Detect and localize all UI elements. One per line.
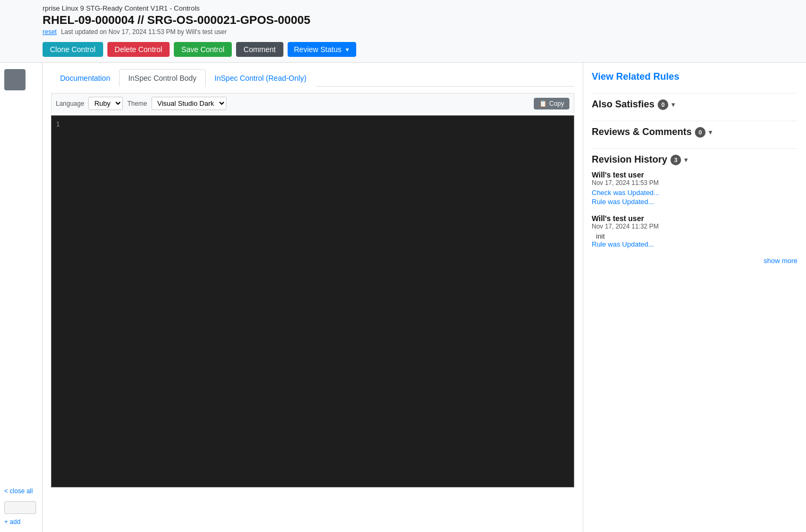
tab-inspec-control-body[interactable]: InSpec Control Body bbox=[119, 69, 205, 87]
revision-link-rule-updated-1[interactable]: Rule was Updated... bbox=[592, 198, 797, 206]
top-bar: rprise Linux 9 STG-Ready Content V1R1 - … bbox=[0, 0, 806, 63]
also-satisfies-title[interactable]: Also Satisfies 0 ▾ bbox=[592, 99, 797, 110]
revision-item-2: Will's test user Nov 17, 2024 11:32 PM i… bbox=[592, 214, 797, 248]
revision-user-2: Will's test user bbox=[592, 214, 797, 223]
line-number-1: 1 bbox=[56, 120, 66, 128]
center-content: Documentation InSpec Control Body InSpec… bbox=[43, 63, 583, 532]
copy-icon: 📋 bbox=[539, 100, 547, 107]
revision-history-section: Revision History 3 ▾ Will's test user No… bbox=[592, 154, 797, 265]
also-satisfies-badge: 0 bbox=[658, 99, 668, 110]
page-wrapper: rprise Linux 9 STG-Ready Content V1R1 - … bbox=[0, 0, 806, 532]
left-sidebar: < close all + add bbox=[0, 63, 43, 532]
view-related-rules-section: View Related Rules bbox=[592, 71, 797, 82]
revision-init-text: init bbox=[592, 232, 797, 240]
divider-3 bbox=[592, 148, 797, 149]
show-more-link[interactable]: show more bbox=[592, 257, 797, 265]
also-satisfies-section: Also Satisfies 0 ▾ bbox=[592, 99, 797, 110]
language-label: Language bbox=[56, 100, 84, 107]
language-select[interactable]: Ruby bbox=[88, 97, 123, 110]
revision-history-title[interactable]: Revision History 3 ▾ bbox=[592, 154, 797, 165]
divider-1 bbox=[592, 93, 797, 94]
code-editor[interactable]: 1 bbox=[51, 115, 574, 487]
reset-link[interactable]: reset bbox=[43, 28, 57, 36]
revision-history-badge: 3 bbox=[670, 155, 681, 165]
right-sidebar: View Related Rules Also Satisfies 0 ▾ Re… bbox=[583, 63, 806, 532]
delete-control-button[interactable]: Delete Control bbox=[107, 42, 170, 57]
page-heading: RHEL-09-000004 // SRG-OS-000021-GPOS-000… bbox=[43, 13, 797, 27]
action-bar: Clone Control Delete Control Save Contro… bbox=[0, 38, 806, 62]
last-updated-text: Last updated on Nov 17, 2024 11:53 PM by… bbox=[61, 28, 227, 36]
sidebar-search-box[interactable] bbox=[4, 501, 36, 514]
save-control-button[interactable]: Save Control bbox=[174, 42, 232, 57]
tab-inspec-control-readonly[interactable]: InSpec Control (Read-Only) bbox=[206, 69, 316, 87]
last-updated-row: reset Last updated on Nov 17, 2024 11:53… bbox=[43, 28, 797, 36]
divider-2 bbox=[592, 121, 797, 121]
code-toolbar: Language Ruby Theme Visual Studio Dark 📋… bbox=[51, 93, 574, 113]
tab-documentation[interactable]: Documentation bbox=[51, 69, 119, 87]
page-title-area: rprise Linux 9 STG-Ready Content V1R1 - … bbox=[0, 0, 806, 38]
revision-date-2: Nov 17, 2024 11:32 PM bbox=[592, 223, 797, 230]
review-status-button[interactable]: Review Status ▼ bbox=[288, 42, 356, 57]
review-status-caret-icon: ▼ bbox=[345, 47, 350, 53]
revision-user-1: Will's test user bbox=[592, 171, 797, 179]
copy-button[interactable]: 📋 Copy bbox=[534, 98, 569, 109]
revision-link-rule-updated-2[interactable]: Rule was Updated... bbox=[592, 240, 797, 248]
revision-item-1: Will's test user Nov 17, 2024 11:53 PM C… bbox=[592, 171, 797, 206]
add-button[interactable]: + add bbox=[4, 518, 38, 526]
reviews-comments-section: Reviews & Comments 0 ▾ bbox=[592, 126, 797, 138]
revision-history-caret-icon[interactable]: ▾ bbox=[684, 156, 687, 164]
reviews-comments-title[interactable]: Reviews & Comments 0 ▾ bbox=[592, 126, 797, 138]
revision-date-1: Nov 17, 2024 11:53 PM bbox=[592, 179, 797, 187]
reviews-comments-caret-icon[interactable]: ▾ bbox=[709, 129, 712, 136]
theme-label: Theme bbox=[127, 100, 147, 107]
theme-select[interactable]: Visual Studio Dark bbox=[152, 97, 226, 110]
view-related-rules-title[interactable]: View Related Rules bbox=[592, 71, 797, 82]
close-all-button[interactable]: < close all bbox=[4, 485, 38, 497]
comment-button[interactable]: Comment bbox=[236, 42, 283, 57]
tabs: Documentation InSpec Control Body InSpec… bbox=[51, 69, 574, 87]
main-layout: < close all + add Documentation InSpec C… bbox=[0, 63, 806, 532]
reviews-comments-badge: 0 bbox=[695, 127, 706, 138]
revision-link-check-updated[interactable]: Check was Updated... bbox=[592, 189, 797, 197]
breadcrumb: rprise Linux 9 STG-Ready Content V1R1 - … bbox=[43, 4, 797, 12]
sidebar-logo bbox=[4, 69, 26, 90]
clone-control-button[interactable]: Clone Control bbox=[43, 42, 103, 57]
also-satisfies-caret-icon[interactable]: ▾ bbox=[671, 101, 675, 108]
